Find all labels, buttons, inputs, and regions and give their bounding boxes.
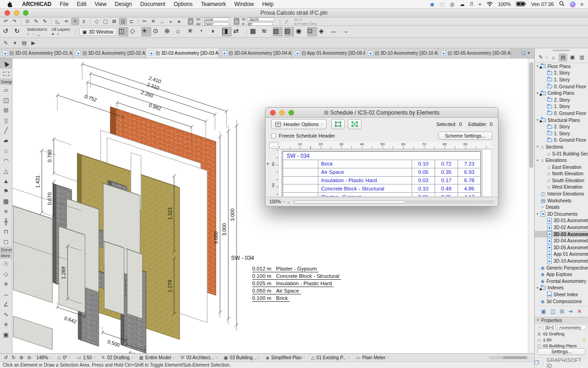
lock-icon[interactable]: ⊠ [110,18,118,25]
vertical-ruler[interactable]: 80 90 [269,150,278,197]
split-icon[interactable]: ✂ [141,18,148,25]
tree-item-elevation[interactable]: ⌂South Elevation [535,177,588,184]
object-tool[interactable]: ◻ [0,236,12,247]
tree-item-frontal-axonometry[interactable]: ◈Frontal Axonometry [535,278,588,285]
arrow-tool[interactable] [0,58,12,69]
tree-item-story[interactable]: 2. Story [535,70,588,77]
schedule-view[interactable]: SW - 034 Brick 0.10 0.72 7.23 Air Space … [278,149,492,197]
dim-label[interactable]: 0.670 [47,192,52,205]
opening-tool[interactable]: ⊓ [0,226,12,236]
cell-value[interactable]: 0.35 [435,168,458,176]
menu-file[interactable]: File [56,1,73,7]
cell-value[interactable]: 0.05 [412,168,435,176]
spline-tool[interactable]: ∿ [0,309,12,319]
tree-item-interior-elevations[interactable]: ◫Interior Elevations [535,190,588,197]
tree-item-details[interactable]: ◔Details [535,204,588,211]
delta-toggle-xy[interactable]: Δ [188,18,193,25]
light-tool[interactable]: ☀ [0,279,12,289]
schedule-table[interactable]: SW - 034 Brick 0.10 0.72 7.23 Air Space … [283,151,481,197]
tree-item-3d-10[interactable]: ◆3D-10 Axonometry [535,258,588,264]
scale-control[interactable]: ▭ 1:50 › [74,354,98,362]
table-row[interactable]: Concrete Block - Structural 0.10 0.49 4.… [283,184,481,192]
undo-icon[interactable]: ↶ [2,18,10,25]
cell-value[interactable]: 6.93 [458,168,481,176]
table-row[interactable]: Insulation - Plastic Hard 0.03 0.17 6.78 [283,176,481,184]
target-icon[interactable]: ◉ [296,27,305,36]
tree-item-story[interactable]: 0. Ground Floor [535,110,588,117]
tab-3d-01[interactable]: ◆ (i) 3D-01 Axonometry [3D-01 Axono... [0,48,73,58]
measure-icon[interactable]: ⊏ [128,18,136,25]
scrollbar-thumb[interactable] [503,356,527,359]
dr-field[interactable]: 26029 [248,17,274,21]
zoom-out-icon[interactable]: ⊖ [25,355,33,361]
dim-label[interactable]: 1.269 [61,266,66,279]
menu-help[interactable]: Help [258,1,278,7]
layout-book-view-icon[interactable]: ▣ [568,53,577,62]
adjust-icon[interactable]: → [158,18,166,25]
status-swirl-icon[interactable]: ◎ [450,2,455,7]
cell-value[interactable]: 4.86 [458,184,481,192]
crosshair-icon[interactable]: + [478,2,481,7]
properties-header[interactable]: ▼ Properties [535,317,588,323]
table-row[interactable]: Air Space 0.05 0.35 6.93 [283,168,481,176]
wifi-icon[interactable] [486,1,493,7]
home-view-icon[interactable]: ⌂ [176,27,186,36]
dim-label[interactable]: 3.000 [213,231,219,244]
tree-item-sections[interactable]: ▼⌂Sections [535,144,588,150]
tree-item-elevation[interactable]: ⌂West Elevation [535,184,588,191]
roof-tool[interactable]: ⌂ [0,145,12,155]
canvas-vertical-scrollbar[interactable] [528,58,534,353]
zoom-in-icon[interactable]: ⊕ [17,355,25,361]
tree-item-elevation[interactable]: ⌂North Elevation [535,171,588,178]
walk-icon[interactable]: ⊙ [153,27,163,36]
hatch-dense-icon[interactable]: ▨ [284,27,294,36]
cell-value[interactable]: 0.05 [435,193,458,197]
swap-icon[interactable]: ⇄ [233,27,243,36]
status-stack-icon[interactable]: ▯▯ [440,2,445,7]
dim-label[interactable]: 0.982 [148,102,162,111]
marquee-options-icon[interactable]: ▢ [102,18,109,25]
new-folder-icon[interactable]: ⊞ [560,308,564,315]
status-dots-icon[interactable]: ⠿ [469,2,473,7]
align-icon[interactable]: → [342,27,351,36]
syringe-icon[interactable]: ✎ [41,18,49,25]
3d-window-button[interactable]: ▣ 3D Window [79,28,117,36]
sun-settings-icon[interactable]: ☀ [141,27,151,36]
cell-value[interactable]: 0.72 [435,160,458,168]
selection-arc-icon[interactable]: ◡ [37,32,40,36]
cell-value[interactable]: 4.17 [458,193,481,197]
freeze-header-checkbox[interactable] [271,133,276,138]
graphisoft-id-footer[interactable]: ❐ | GRAPHISOFT ID [535,357,588,368]
snap-points-icon[interactable]: ⌖ [71,18,79,25]
schedule-horizontal-scrollbar[interactable] [293,200,494,204]
favorites-icon[interactable]: ✎ [2,40,10,46]
tree-item-story[interactable]: 1. Story [535,76,588,83]
dim-label[interactable]: 0.642 [63,315,77,324]
menu-clock[interactable]: Ven 07:36 [531,1,554,7]
add-icon[interactable]: + [167,18,175,25]
horizontal-ruler[interactable]: 10 20 30 40 50 60 70 80 90 [279,142,492,149]
render-icon[interactable]: ◑ [210,27,220,36]
tree-item-worksheets[interactable]: ▤Worksheets [535,197,588,204]
guide-lines-icon[interactable]: ◺ [54,18,62,25]
menu-archicad[interactable]: ARCHICAD [18,1,56,7]
redo-icon[interactable]: ↷ [11,18,18,25]
schedule-titlebar[interactable]: ⊞ Schedule / ICS-02 Components by Elemen… [266,108,498,118]
menu-document[interactable]: Document [136,1,170,7]
dim-label[interactable]: 2.260 [140,89,154,98]
cell-value[interactable]: 0.49 [435,184,458,192]
cell-value[interactable]: 0.01 [412,193,435,197]
view-map-view-icon[interactable]: ▤ [559,53,567,62]
notification-center-icon[interactable]: ≡ [581,2,583,7]
restructure-table-button[interactable] [331,119,345,129]
zone-tool[interactable]: ⚑ [0,186,12,196]
wireframe-icon[interactable]: ◇ [130,27,140,36]
tree-item-story[interactable]: 0. Ground Floor [535,137,588,144]
tree-item-3d-03-selected[interactable]: ◆3D-03 Axonometry [535,231,588,238]
cell-value[interactable]: 0.03 [412,177,435,184]
schedule-zoom-level[interactable]: 100% [269,199,281,204]
layers-solid-icon[interactable]: ● [51,32,54,36]
alpha-field[interactable]: 65° [246,22,273,26]
delete-item-icon[interactable]: ✕ [577,308,582,315]
tree-item-story[interactable]: 2. Story [535,123,588,130]
